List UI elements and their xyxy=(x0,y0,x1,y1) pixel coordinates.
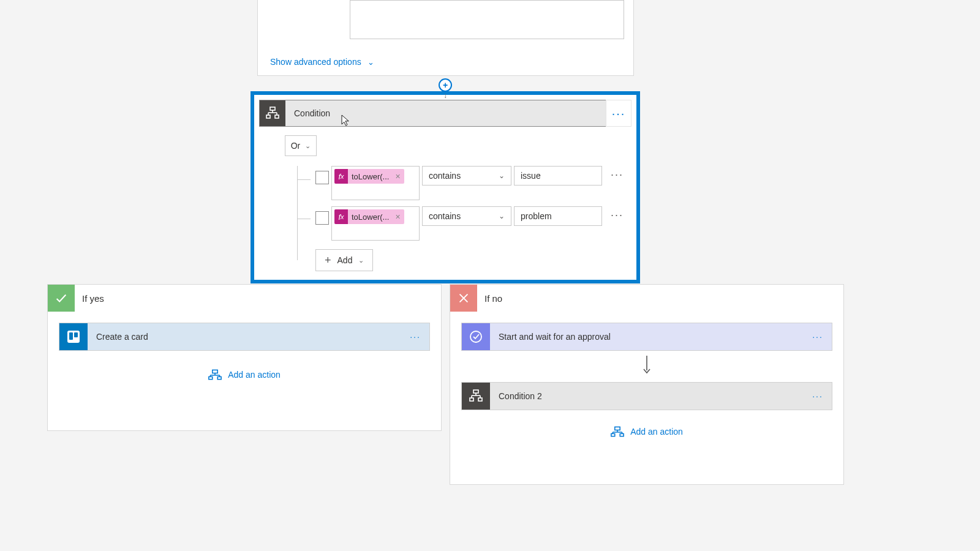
row-more-button[interactable]: ··· xyxy=(611,209,624,222)
action-title: Start and wait for an approval xyxy=(499,332,611,342)
action-more-button[interactable]: ··· xyxy=(804,323,832,350)
expression-field[interactable]: fx toLower(... × xyxy=(331,206,420,241)
group-operator-label: Or xyxy=(291,141,301,151)
svg-rect-5 xyxy=(266,115,270,118)
value-text: problem xyxy=(521,211,552,221)
add-action-label: Add an action xyxy=(228,370,281,380)
svg-rect-34 xyxy=(620,433,624,436)
action-title: Create a card xyxy=(96,332,148,342)
chevron-down-icon: ⌄ xyxy=(305,142,311,150)
operator-label: contains xyxy=(429,171,461,181)
add-action-button[interactable]: Add an action xyxy=(59,369,430,380)
condition-header[interactable]: Condition xyxy=(259,100,631,127)
branch-header: If no xyxy=(450,285,843,312)
action-card-approval[interactable]: Start and wait for an approval ··· xyxy=(461,323,832,351)
show-advanced-label: Show advanced options xyxy=(270,57,361,67)
add-action-icon xyxy=(611,426,624,437)
chevron-down-icon: ⌄ xyxy=(368,58,374,67)
action-card-trello[interactable]: Create a card ··· xyxy=(59,323,430,351)
svg-point-19 xyxy=(470,331,481,342)
condition-icon xyxy=(462,383,490,410)
svg-rect-21 xyxy=(473,390,478,393)
expression-text: toLower(... xyxy=(348,172,391,181)
svg-rect-10 xyxy=(213,370,217,373)
add-step-button[interactable]: + xyxy=(439,78,452,92)
value-input[interactable]: problem xyxy=(514,206,602,226)
action-more-button[interactable]: ··· xyxy=(804,383,832,410)
if-yes-branch: If yes Create a card ··· xyxy=(47,284,442,431)
svg-rect-8 xyxy=(69,332,73,340)
chevron-down-icon: ⌄ xyxy=(499,212,505,220)
check-icon xyxy=(48,285,75,312)
approval-icon xyxy=(462,323,490,350)
svg-rect-6 xyxy=(275,115,279,118)
add-condition-button[interactable]: + Add ⌄ xyxy=(315,249,373,271)
svg-rect-27 xyxy=(478,398,482,401)
operator-select[interactable]: contains ⌄ xyxy=(422,166,511,186)
show-advanced-toggle[interactable]: Show advanced options ⌄ xyxy=(270,57,374,67)
condition-card: Condition ··· Or ⌄ fx toLower(. xyxy=(251,91,640,283)
action-more-button[interactable]: ··· xyxy=(401,323,429,350)
plus-icon: + xyxy=(325,254,331,267)
arrow-down-icon xyxy=(461,351,832,382)
add-action-label: Add an action xyxy=(630,427,683,437)
action-card-condition2[interactable]: Condition 2 ··· xyxy=(461,382,832,410)
value-input[interactable]: issue xyxy=(514,166,602,186)
expression-pill[interactable]: fx toLower(... × xyxy=(334,209,404,224)
previous-step-card: Show advanced options ⌄ xyxy=(257,0,634,76)
svg-rect-26 xyxy=(470,398,473,401)
previous-step-textarea[interactable] xyxy=(350,0,624,39)
condition-icon xyxy=(260,100,285,126)
expression-field[interactable]: fx toLower(... × xyxy=(331,166,420,200)
row-select-checkbox[interactable] xyxy=(315,211,329,225)
trello-icon xyxy=(59,323,88,350)
svg-rect-33 xyxy=(611,433,615,436)
expression-pill[interactable]: fx toLower(... × xyxy=(334,169,404,184)
expression-text: toLower(... xyxy=(348,212,391,222)
fx-icon: fx xyxy=(334,169,348,184)
svg-rect-9 xyxy=(74,332,78,337)
branch-title: If yes xyxy=(82,293,104,304)
branch-title: If no xyxy=(484,293,502,304)
svg-rect-15 xyxy=(209,377,213,379)
add-action-button[interactable]: Add an action xyxy=(461,426,832,437)
condition-more-button[interactable]: ··· xyxy=(606,100,631,127)
svg-rect-0 xyxy=(270,107,275,110)
condition-title: Condition xyxy=(294,108,330,118)
action-title: Condition 2 xyxy=(499,391,542,401)
remove-expression-icon[interactable]: × xyxy=(391,171,404,181)
value-text: issue xyxy=(521,171,541,181)
row-select-checkbox[interactable] xyxy=(315,171,329,184)
operator-label: contains xyxy=(429,211,461,221)
close-icon xyxy=(450,285,477,312)
svg-rect-28 xyxy=(615,427,620,430)
operator-select[interactable]: contains ⌄ xyxy=(422,206,511,226)
row-more-button[interactable]: ··· xyxy=(611,168,624,181)
remove-expression-icon[interactable]: × xyxy=(391,212,404,222)
if-no-branch: If no Start and wait for an approval ··· xyxy=(450,284,844,485)
add-label: Add xyxy=(337,255,353,265)
chevron-down-icon: ⌄ xyxy=(499,171,505,180)
add-action-icon xyxy=(208,369,222,380)
group-operator-select[interactable]: Or ⌄ xyxy=(285,135,317,156)
chevron-down-icon: ⌄ xyxy=(358,257,364,264)
svg-rect-16 xyxy=(217,377,221,379)
branch-header: If yes xyxy=(48,285,441,312)
fx-icon: fx xyxy=(334,209,348,224)
condition-row: fx toLower(... × contains ⌄ issue ··· xyxy=(291,166,636,200)
condition-row: fx toLower(... × contains ⌄ problem ··· xyxy=(291,206,636,241)
